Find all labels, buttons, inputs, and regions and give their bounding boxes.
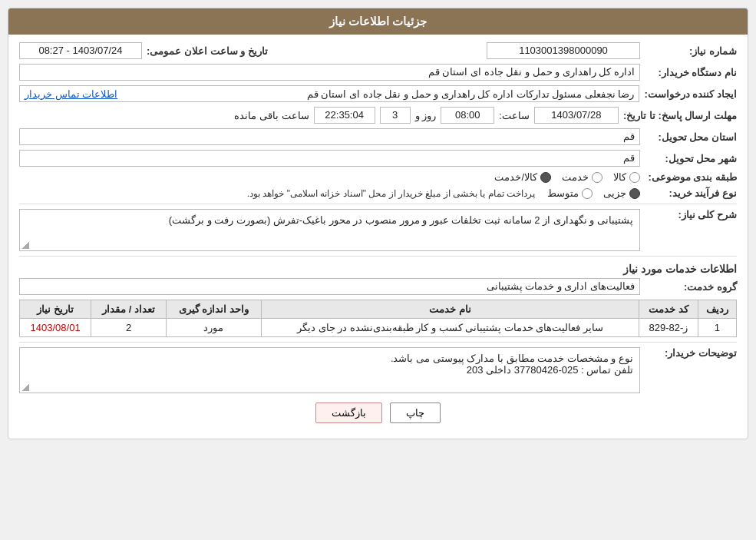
subject-label-khedmat: خدمت — [562, 171, 589, 183]
action-buttons: چاپ بازگشت — [19, 403, 737, 431]
subject-radio-group: کالا خدمت کالا/خدمت — [494, 171, 640, 183]
main-card: جزئیات اطلاعات نیاز شماره نیاز: 11030013… — [8, 8, 748, 439]
creator-label: ایجاد کننده درخواست: — [644, 88, 737, 100]
subject-label-kala: کالا — [613, 171, 626, 183]
col-header-unit: واحد اندازه گیری — [166, 300, 261, 319]
card-body: شماره نیاز: 1103001398000090 تاریخ و ساع… — [8, 35, 748, 439]
buyer-notes-value: نوع و مشخصات خدمت مطابق با مدارک پیوستی … — [391, 353, 633, 376]
deadline-days: 3 — [380, 107, 411, 124]
delivery-city-row: شهر محل تحویل: قم — [19, 150, 737, 167]
creator-value: رضا نجفعلی مسئول تداركات اداره كل راهدار… — [307, 88, 635, 100]
col-header-date: تاریخ نیاز — [20, 300, 91, 319]
deadline-days-label: روز و — [415, 110, 437, 121]
announce-datetime-label: تاریخ و ساعت اعلان عمومی: — [147, 45, 268, 57]
delivery-province-value: قم — [19, 128, 640, 145]
need-number-value: 1103001398000090 — [487, 42, 640, 59]
purchase-label-motavasset: متوسط — [547, 187, 579, 199]
divider-2 — [19, 256, 737, 257]
buyer-org-value: اداره کل راهداری و حمل و نقل جاده ای است… — [19, 64, 640, 81]
subject-option-kala[interactable]: کالا — [613, 171, 640, 183]
table-cell: 2 — [91, 319, 167, 337]
service-group-row: گروه خدمت: فعالیت‌های اداری و خدمات پشتی… — [19, 278, 737, 295]
deadline-label: مهلت ارسال پاسخ: تا تاریخ: — [623, 110, 737, 121]
subject-label: طبقه بندی موضوعی: — [645, 171, 737, 183]
page-wrapper: جزئیات اطلاعات نیاز شماره نیاز: 11030013… — [0, 0, 756, 540]
delivery-city-value: قم — [19, 150, 640, 167]
purchase-type-row: نوع فرآیند خرید: جزیی متوسط پرداخت تمام … — [19, 187, 737, 199]
deadline-remaining-label: ساعت باقی مانده — [234, 110, 309, 121]
services-section-title: اطلاعات خدمات مورد نیاز — [19, 263, 737, 275]
buyer-notes-label: توضیحات خریدار: — [645, 347, 737, 359]
services-table: ردیف کد خدمت نام خدمت واحد اندازه گیری ت… — [19, 300, 737, 337]
buyer-notes-row: توضیحات خریدار: نوع و مشخصات خدمت مطابق … — [19, 347, 737, 393]
col-header-qty: تعداد / مقدار — [91, 300, 167, 319]
need-number-label: شماره نیاز: — [645, 45, 737, 57]
subject-label-kala-khedmat: کالا/خدمت — [494, 171, 537, 183]
deadline-remaining: 22:35:04 — [314, 107, 375, 124]
creator-row: ایجاد کننده درخواست: رضا نجفعلی مسئول تد… — [19, 85, 737, 102]
back-button[interactable]: بازگشت — [315, 403, 382, 423]
subject-row: طبقه بندی موضوعی: کالا خدمت کالا/خدمت — [19, 171, 737, 183]
delivery-province-row: استان محل تحویل: قم — [19, 128, 737, 145]
resize-handle-2 — [21, 383, 29, 391]
delivery-province-label: استان محل تحویل: — [645, 131, 737, 143]
col-header-name: نام خدمت — [262, 300, 639, 319]
purchase-type-radio-group: جزیی متوسط — [547, 187, 640, 199]
table-cell: مورد — [166, 319, 261, 337]
table-cell: ز-82-829 — [639, 319, 698, 337]
table-cell: سایر فعالیت‌های خدمات پشتیبانی کسب و کار… — [262, 319, 639, 337]
divider-3 — [19, 342, 737, 343]
table-row: 1ز-82-829سایر فعالیت‌های خدمات پشتیبانی … — [20, 319, 737, 337]
table-cell: 1403/08/01 — [20, 319, 91, 337]
purchase-type-label: نوع فرآیند خرید: — [645, 187, 737, 199]
services-table-header-row: ردیف کد خدمت نام خدمت واحد اندازه گیری ت… — [20, 300, 737, 319]
buyer-notes-box: نوع و مشخصات خدمت مطابق با مدارک پیوستی … — [19, 347, 640, 393]
buyer-org-label: نام دستگاه خریدار: — [645, 67, 737, 78]
divider-1 — [19, 204, 737, 204]
subject-radio-kala-khedmat — [540, 172, 551, 183]
service-group-label: گروه خدمت: — [645, 281, 737, 293]
purchase-type-motavasset[interactable]: متوسط — [547, 187, 593, 199]
contact-link[interactable]: اطلاعات تماس خریدار — [25, 88, 117, 100]
purchase-type-jozi[interactable]: جزیی — [603, 187, 640, 199]
need-description-box: پشتیبانی و نگهداری از 2 سامانه ثبت تخلفا… — [19, 209, 640, 251]
need-number-row: شماره نیاز: 1103001398000090 تاریخ و ساع… — [19, 42, 737, 59]
subject-option-khedmat[interactable]: خدمت — [562, 171, 602, 183]
buyer-org-row: نام دستگاه خریدار: اداره کل راهداری و حم… — [19, 64, 737, 81]
resize-handle — [21, 241, 29, 249]
deadline-row: مهلت ارسال پاسخ: تا تاریخ: 1403/07/28 سا… — [19, 107, 737, 124]
purchase-radio-jozi — [629, 188, 640, 199]
need-description-row: شرح کلی نیاز: پشتیبانی و نگهداری از 2 سا… — [19, 209, 737, 251]
deadline-date: 1403/07/28 — [534, 107, 619, 124]
creator-value-box: رضا نجفعلی مسئول تداركات اداره كل راهدار… — [19, 85, 639, 102]
announce-datetime-value: 1403/07/24 - 08:27 — [19, 42, 142, 59]
page-title: جزئیات اطلاعات نیاز — [329, 15, 427, 28]
purchase-radio-motavasset — [582, 188, 593, 199]
card-header: جزئیات اطلاعات نیاز — [8, 8, 748, 35]
col-header-row: ردیف — [698, 300, 736, 319]
purchase-label-jozi: جزیی — [603, 187, 626, 199]
purchase-note: پرداخت تمام یا بخشی از مبلغ خریدار از مح… — [247, 188, 535, 199]
col-header-code: کد خدمت — [639, 300, 698, 319]
deadline-time-label: ساعت: — [499, 110, 530, 121]
subject-radio-khedmat — [592, 172, 602, 183]
deadline-time: 08:00 — [441, 107, 494, 124]
subject-option-kala-khedmat[interactable]: کالا/خدمت — [494, 171, 551, 183]
table-cell: 1 — [698, 319, 736, 337]
subject-radio-kala — [629, 172, 640, 183]
print-button[interactable]: چاپ — [390, 403, 441, 423]
need-description-value: پشتیبانی و نگهداری از 2 سامانه ثبت تخلفا… — [169, 214, 633, 226]
service-group-value: فعالیت‌های اداری و خدمات پشتیبانی — [19, 278, 640, 295]
delivery-city-label: شهر محل تحویل: — [645, 153, 737, 164]
need-description-label: شرح کلی نیاز: — [645, 209, 737, 220]
